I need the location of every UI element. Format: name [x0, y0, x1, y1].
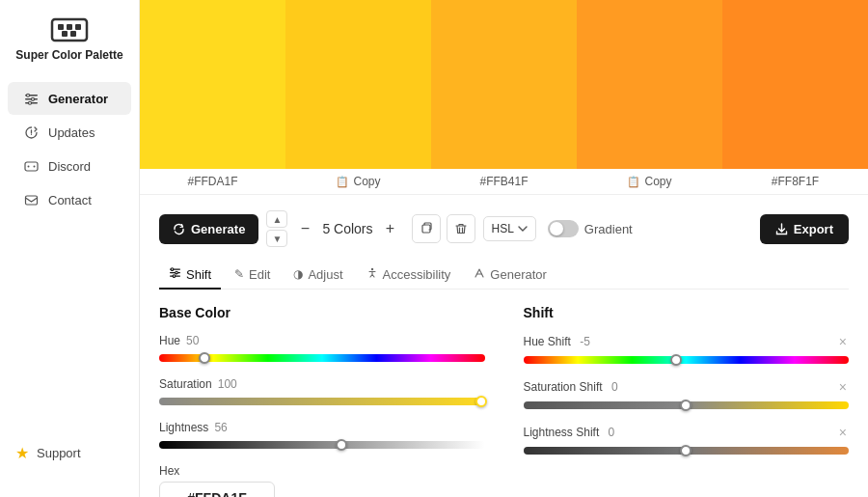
- saturation-thumb[interactable]: [475, 396, 487, 407]
- hue-shift-slider[interactable]: [524, 354, 850, 366]
- star-icon: ★: [15, 444, 29, 462]
- hue-shift-reset-btn[interactable]: ×: [837, 334, 849, 349]
- copy-icon-3: 📋: [627, 176, 640, 188]
- svg-point-23: [176, 271, 178, 274]
- lightness-slider[interactable]: [159, 439, 485, 451]
- sidebar-item-updates-label: Updates: [48, 125, 95, 140]
- hue-shift-thumb[interactable]: [670, 354, 682, 366]
- svg-point-15: [27, 165, 29, 167]
- swatches-container: [140, 0, 868, 169]
- tab-shift-label: Shift: [186, 267, 211, 282]
- lightness-label: Lightness: [159, 421, 208, 434]
- sidebar-item-discord[interactable]: Discord: [8, 150, 131, 182]
- updates-icon: [23, 124, 39, 140]
- toggle-knob: [550, 222, 563, 235]
- app-title: Super Color Palette: [15, 48, 122, 62]
- swatch-hex-2: #FFB41F: [431, 169, 577, 194]
- count-control: − 5 Colors +: [295, 219, 399, 238]
- base-color-section: Base Color Hue 50 Saturation: [159, 305, 485, 497]
- hex-text-2: #FFB41F: [479, 175, 528, 188]
- lightness-thumb[interactable]: [336, 439, 347, 451]
- toolbar-actions: [412, 214, 475, 243]
- saturation-slider[interactable]: [159, 396, 485, 407]
- lightness-shift-value: 0: [609, 426, 615, 439]
- sidebar-item-updates[interactable]: Updates: [8, 116, 131, 149]
- count-up-btn[interactable]: ▲: [266, 210, 287, 228]
- lightness-track: [159, 441, 485, 449]
- hue-slider-row: Hue 50: [159, 334, 485, 364]
- increase-count-btn[interactable]: +: [381, 219, 400, 238]
- count-down-btn[interactable]: ▼: [266, 230, 287, 247]
- svg-rect-17: [25, 196, 37, 205]
- sidebar-nav: Generator Updates Discord Contact: [0, 81, 139, 425]
- copy-icon-1: 📋: [336, 176, 349, 188]
- tab-adjust[interactable]: ◑ Adjust: [284, 261, 352, 290]
- generator-icon: [23, 91, 39, 106]
- svg-rect-14: [25, 162, 38, 171]
- saturation-value: 100: [218, 377, 237, 391]
- lightness-shift-slider-row: Lightness Shift 0 ×: [524, 425, 850, 456]
- hsl-dropdown[interactable]: HSL: [483, 216, 536, 241]
- swatch-0[interactable]: [140, 0, 285, 169]
- lightness-shift-slider[interactable]: [524, 445, 850, 456]
- saturation-shift-slider[interactable]: [524, 400, 850, 411]
- lightness-value: 56: [214, 421, 227, 434]
- count-arrows: ▲ ▼: [266, 210, 287, 247]
- base-color-title: Base Color: [159, 305, 485, 320]
- hue-shift-slider-row: Hue Shift -5 ×: [524, 334, 850, 366]
- export-button[interactable]: Export: [760, 214, 849, 244]
- hue-label: Hue: [159, 334, 180, 347]
- tab-accessibility[interactable]: Accessibility: [357, 261, 461, 290]
- swatch-copy-3: 📋 Copy: [577, 169, 722, 194]
- duplicate-btn[interactable]: [412, 214, 441, 243]
- tab-edit[interactable]: ✎ Edit: [225, 261, 280, 290]
- hue-shift-value: -5: [580, 335, 590, 348]
- sidebar-support[interactable]: ★ Support: [8, 436, 131, 470]
- saturation-shift-thumb[interactable]: [680, 400, 692, 411]
- swatch-2[interactable]: [431, 0, 577, 169]
- shift-tab-icon: [169, 266, 181, 282]
- sidebar-logo: Super Color Palette: [0, 15, 139, 81]
- tab-shift[interactable]: Shift: [159, 261, 221, 290]
- svg-rect-18: [422, 225, 430, 233]
- svg-point-24: [173, 275, 176, 278]
- lightness-shift-reset-btn[interactable]: ×: [837, 425, 849, 440]
- tab-edit-label: Edit: [249, 267, 270, 282]
- sidebar-item-generator[interactable]: Generator: [8, 82, 131, 115]
- saturation-shift-reset-btn[interactable]: ×: [837, 379, 849, 395]
- lightness-shift-thumb[interactable]: [680, 445, 692, 456]
- trash-btn[interactable]: [447, 214, 475, 243]
- controls-area: Generate ▲ ▼ − 5 Colors + HSL: [140, 195, 868, 497]
- svg-point-25: [370, 267, 372, 269]
- copy-btn-1[interactable]: Copy: [353, 175, 380, 188]
- decrease-count-btn[interactable]: −: [295, 219, 314, 238]
- swatch-hex-0: #FFDA1F: [140, 169, 285, 194]
- discord-icon: [23, 158, 39, 174]
- gradient-label: Gradient: [584, 222, 633, 236]
- svg-point-11: [28, 101, 31, 104]
- sidebar-item-contact-label: Contact: [48, 193, 92, 207]
- tab-adjust-label: Adjust: [308, 267, 342, 282]
- swatch-3[interactable]: [577, 0, 722, 169]
- swatch-1[interactable]: [285, 0, 431, 169]
- svg-point-10: [31, 97, 34, 100]
- svg-point-13: [30, 134, 31, 135]
- toolbar: Generate ▲ ▼ − 5 Colors + HSL: [159, 210, 849, 247]
- saturation-track: [159, 398, 485, 405]
- gradient-switch[interactable]: [548, 220, 579, 237]
- tab-generator[interactable]: Generator: [464, 261, 556, 290]
- sidebar-footer: ★ Support: [0, 425, 139, 482]
- copy-btn-3[interactable]: Copy: [644, 175, 671, 188]
- main-content: #FFDA1F 📋 Copy #FFB41F 📋 Copy #FF8F1F Ge…: [140, 0, 868, 497]
- hex-input[interactable]: [159, 482, 275, 497]
- lightness-shift-label: Lightness Shift: [524, 426, 600, 439]
- svg-rect-3: [75, 24, 81, 30]
- hue-thumb[interactable]: [199, 352, 210, 364]
- hue-shift-track: [524, 356, 850, 364]
- generate-button[interactable]: Generate: [159, 214, 258, 244]
- sidebar-item-contact[interactable]: Contact: [8, 183, 131, 216]
- hue-slider[interactable]: [159, 352, 485, 364]
- svg-rect-5: [70, 31, 76, 37]
- sidebar: Super Color Palette Generator Updates Di…: [0, 0, 140, 497]
- swatch-4[interactable]: [722, 0, 868, 169]
